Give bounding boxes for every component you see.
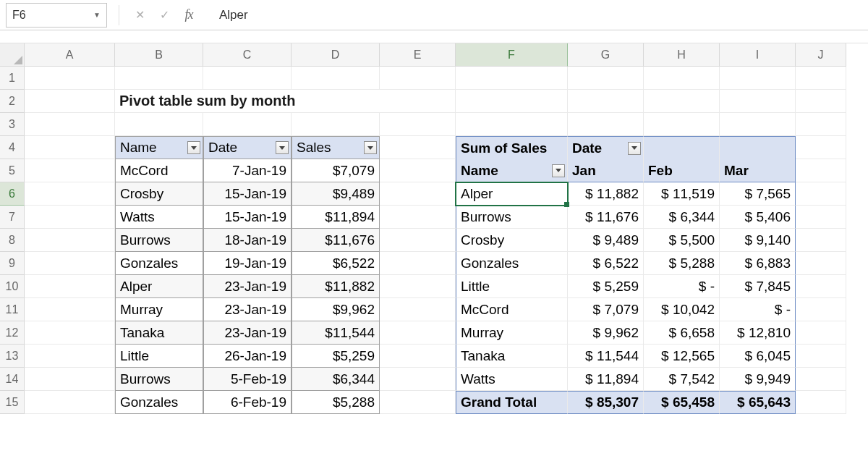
col-header[interactable]: D xyxy=(292,43,380,67)
cell[interactable] xyxy=(456,113,568,136)
cell[interactable] xyxy=(25,298,115,321)
cell[interactable] xyxy=(380,275,456,298)
cell[interactable] xyxy=(25,136,115,159)
cell[interactable] xyxy=(380,182,456,206)
table-header-sales[interactable]: Sales xyxy=(292,136,380,159)
table-cell[interactable]: Burrows xyxy=(115,229,203,252)
table-cell[interactable]: $9,489 xyxy=(292,182,380,206)
row-header[interactable]: 14 xyxy=(0,368,25,391)
table-cell[interactable]: 6-Feb-19 xyxy=(203,391,292,414)
cell[interactable] xyxy=(115,113,203,136)
table-cell[interactable]: 26-Jan-19 xyxy=(203,345,292,368)
cell[interactable] xyxy=(203,113,292,136)
pivot-value[interactable]: $ 6,883 xyxy=(720,252,796,275)
table-cell[interactable]: Murray xyxy=(115,298,203,321)
cell[interactable] xyxy=(25,90,115,113)
row-header[interactable]: 15 xyxy=(0,391,25,414)
pivot-value[interactable]: $ 5,500 xyxy=(644,229,720,252)
cell[interactable] xyxy=(720,113,796,136)
pivot-row-name[interactable]: Tanaka xyxy=(456,345,568,368)
pivot-value[interactable]: $ 6,045 xyxy=(720,345,796,368)
cell[interactable] xyxy=(380,159,456,182)
cell[interactable] xyxy=(644,136,720,159)
col-header[interactable]: I xyxy=(720,43,796,67)
table-cell[interactable]: 23-Jan-19 xyxy=(203,321,292,345)
pivot-row-name[interactable]: Crosby xyxy=(456,229,568,252)
pivot-value[interactable]: $ 12,565 xyxy=(644,345,720,368)
cell[interactable] xyxy=(25,391,115,414)
table-cell[interactable]: $11,544 xyxy=(292,321,380,345)
cell[interactable] xyxy=(456,90,568,113)
cell[interactable] xyxy=(644,113,720,136)
filter-dropdown-icon[interactable] xyxy=(364,141,377,154)
table-cell[interactable]: Tanaka xyxy=(115,321,203,345)
table-cell[interactable]: Burrows xyxy=(115,368,203,391)
pivot-value[interactable]: $ 10,042 xyxy=(644,298,720,321)
pivot-grand-total[interactable]: $ 65,643 xyxy=(720,391,796,414)
table-cell[interactable]: $6,522 xyxy=(292,252,380,275)
row-header[interactable]: 5 xyxy=(0,159,25,182)
pivot-row-name[interactable]: McCord xyxy=(456,298,568,321)
pivot-value[interactable]: $ 5,259 xyxy=(568,275,644,298)
table-cell[interactable]: $5,259 xyxy=(292,345,380,368)
pivot-value[interactable]: $ 6,344 xyxy=(644,206,720,229)
cell[interactable] xyxy=(380,321,456,345)
pivot-col-header[interactable]: Jan xyxy=(568,159,644,182)
pivot-row-name[interactable]: Alper xyxy=(456,182,568,206)
cell[interactable] xyxy=(380,136,456,159)
table-cell[interactable]: 23-Jan-19 xyxy=(203,275,292,298)
pivot-row-name[interactable]: Watts xyxy=(456,368,568,391)
fx-icon[interactable]: fx xyxy=(180,7,197,22)
cell[interactable] xyxy=(796,298,846,321)
pivot-value[interactable]: $ 12,810 xyxy=(720,321,796,345)
cell[interactable] xyxy=(25,321,115,345)
cell[interactable] xyxy=(25,252,115,275)
cell[interactable] xyxy=(720,67,796,90)
table-header-date[interactable]: Date xyxy=(203,136,292,159)
pivot-value[interactable]: $ - xyxy=(720,298,796,321)
row-header[interactable]: 13 xyxy=(0,345,25,368)
table-cell[interactable]: Crosby xyxy=(115,182,203,206)
cell[interactable] xyxy=(796,229,846,252)
col-header[interactable]: F xyxy=(456,43,568,67)
cell[interactable] xyxy=(796,275,846,298)
pivot-value[interactable]: $ 5,288 xyxy=(644,252,720,275)
pivot-value[interactable]: $ 5,406 xyxy=(720,206,796,229)
filter-dropdown-icon[interactable] xyxy=(276,141,289,154)
chevron-down-icon[interactable]: ▼ xyxy=(93,11,101,19)
select-all-corner[interactable] xyxy=(0,43,25,67)
pivot-value[interactable]: $ 9,949 xyxy=(720,368,796,391)
cell[interactable] xyxy=(796,159,846,182)
cell[interactable] xyxy=(380,298,456,321)
row-header[interactable]: 2 xyxy=(0,90,25,113)
pivot-corner-label[interactable]: Sum of Sales xyxy=(456,136,568,159)
cell[interactable] xyxy=(25,67,115,90)
cell[interactable] xyxy=(380,206,456,229)
table-cell[interactable]: 15-Jan-19 xyxy=(203,206,292,229)
pivot-value[interactable]: $ 11,882 xyxy=(568,182,644,206)
pivot-value[interactable]: $ 11,544 xyxy=(568,345,644,368)
table-cell[interactable]: McCord xyxy=(115,159,203,182)
col-header[interactable]: E xyxy=(380,43,456,67)
pivot-col-header[interactable]: Mar xyxy=(720,159,796,182)
table-cell[interactable]: $11,882 xyxy=(292,275,380,298)
cell[interactable] xyxy=(25,206,115,229)
filter-dropdown-icon[interactable] xyxy=(628,142,641,155)
cell[interactable] xyxy=(25,275,115,298)
pivot-value[interactable]: $ 11,676 xyxy=(568,206,644,229)
pivot-value[interactable]: $ 7,565 xyxy=(720,182,796,206)
table-cell[interactable]: $11,894 xyxy=(292,206,380,229)
col-header[interactable]: J xyxy=(796,43,846,67)
row-header[interactable]: 8 xyxy=(0,229,25,252)
row-header[interactable]: 9 xyxy=(0,252,25,275)
formula-value[interactable]: Alper xyxy=(205,8,862,22)
cell[interactable] xyxy=(380,229,456,252)
cell[interactable] xyxy=(115,67,203,90)
row-header[interactable]: 3 xyxy=(0,113,25,136)
cell[interactable] xyxy=(568,67,644,90)
pivot-col-field[interactable]: Date xyxy=(568,136,644,159)
col-header[interactable]: G xyxy=(568,43,644,67)
cell[interactable] xyxy=(796,321,846,345)
cell[interactable] xyxy=(25,159,115,182)
pivot-value[interactable]: $ 7,845 xyxy=(720,275,796,298)
